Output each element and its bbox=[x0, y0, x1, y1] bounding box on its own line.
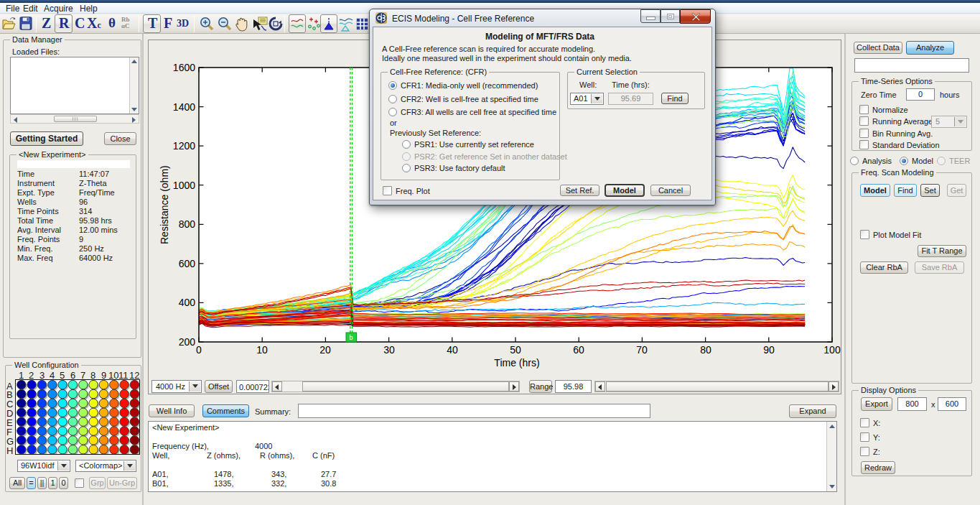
svg-text:b: b bbox=[349, 334, 353, 341]
